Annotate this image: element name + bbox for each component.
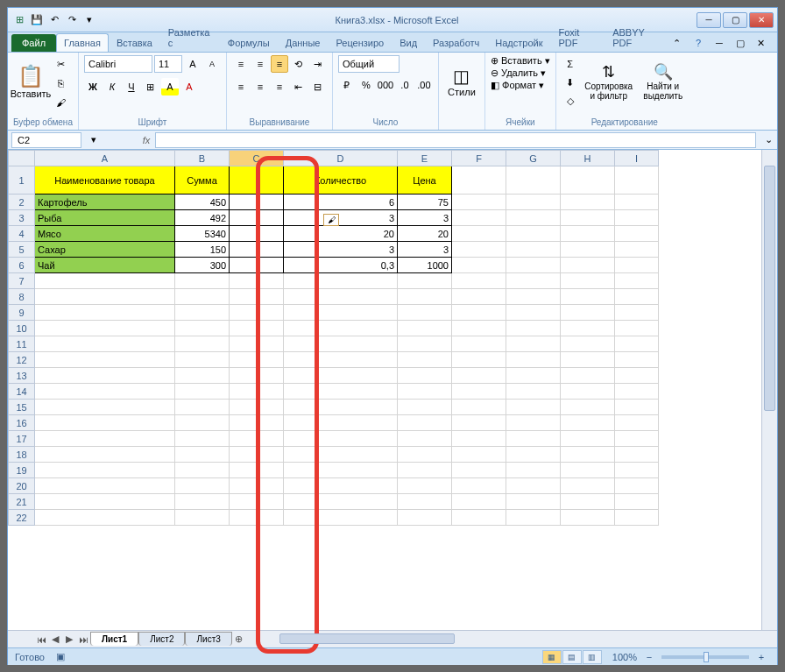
col-header-A[interactable]: A [35,151,175,166]
maximize-button[interactable]: ▢ [723,12,747,28]
row-header-20[interactable]: 20 [9,478,35,494]
cell-B21[interactable] [175,494,230,510]
cell-B8[interactable] [175,289,230,305]
cell-E9[interactable] [398,305,452,321]
cell-H20[interactable] [561,478,615,494]
cell-F13[interactable] [452,368,506,384]
cell-A15[interactable] [35,400,175,415]
cell-G10[interactable] [506,321,561,336]
cell-G14[interactable] [506,384,561,400]
cell-H19[interactable] [561,463,615,478]
autosum-button[interactable]: Σ [562,55,579,73]
tab-data[interactable]: Данные [278,33,329,52]
row-header-21[interactable]: 21 [9,494,35,510]
cell-D2[interactable]: 6 [284,195,398,210]
cell-G2[interactable] [506,195,561,210]
row-header-12[interactable]: 12 [9,352,35,368]
cell-C21[interactable] [230,494,284,510]
cell-I17[interactable] [615,431,659,447]
cell-D9[interactable] [284,305,398,321]
cell-I22[interactable] [615,510,659,526]
cell-E4[interactable]: 20 [398,226,452,242]
row-header-4[interactable]: 4 [9,226,35,242]
cell-D22[interactable] [284,510,398,526]
cell-F20[interactable] [452,478,506,494]
cell-I7[interactable] [615,273,659,289]
cell-F15[interactable] [452,400,506,415]
cell-H9[interactable] [561,305,615,321]
row-header-8[interactable]: 8 [9,289,35,305]
cell-E19[interactable] [398,463,452,478]
cell-I21[interactable] [615,494,659,510]
name-box[interactable]: C2 [11,132,81,148]
comma-button[interactable]: 000 [377,76,394,94]
cell-B9[interactable] [175,305,230,321]
cell-H13[interactable] [561,368,615,384]
cell-F4[interactable] [452,226,506,242]
cell-C1[interactable] [230,166,284,195]
cell-D10[interactable] [284,321,398,336]
cell-F19[interactable] [452,463,506,478]
cell-H21[interactable] [561,494,615,510]
align-center-button[interactable]: ≡ [251,78,269,95]
tab-layout[interactable]: Разметка с [160,23,220,52]
cell-C8[interactable] [230,289,284,305]
col-header-I[interactable]: I [615,151,659,166]
namebox-dropdown-icon[interactable]: ▾ [85,131,103,149]
shrink-font-button[interactable]: A [203,55,221,73]
row-header-15[interactable]: 15 [9,400,35,415]
cell-D1[interactable]: Количество [284,166,398,195]
cell-D8[interactable] [284,289,398,305]
cell-E21[interactable] [398,494,452,510]
underline-button[interactable]: Ч [123,78,140,95]
cell-I15[interactable] [615,400,659,415]
row-header-18[interactable]: 18 [9,447,35,463]
cell-B18[interactable] [175,447,230,463]
find-select-button[interactable]: 🔍 Найти и выделить [639,55,688,108]
cell-G1[interactable] [506,166,561,195]
tab-developer[interactable]: Разработч [425,33,487,52]
cell-H12[interactable] [561,352,615,368]
number-format-select[interactable]: Общий [338,55,400,73]
col-header-E[interactable]: E [398,151,452,166]
align-top-button[interactable]: ≡ [232,55,250,73]
cell-F6[interactable] [452,258,506,273]
sheet-nav-last[interactable]: ⏭ [76,633,90,647]
cell-G6[interactable] [506,258,561,273]
bold-button[interactable]: Ж [84,78,102,95]
cell-H11[interactable] [561,336,615,352]
tab-addins[interactable]: Надстройк [487,33,550,52]
cell-A20[interactable] [35,478,175,494]
border-button[interactable]: ⊞ [142,78,159,95]
cell-F17[interactable] [452,431,506,447]
zoom-in-button[interactable]: + [753,648,770,666]
font-size-select[interactable]: 11 [154,55,182,73]
cell-C10[interactable] [230,321,284,336]
row-header-14[interactable]: 14 [9,384,35,400]
cell-D13[interactable] [284,368,398,384]
cell-C18[interactable] [230,447,284,463]
cell-I5[interactable] [615,242,659,258]
cell-D5[interactable]: 3 [284,242,398,258]
save-button[interactable]: 💾 [29,12,45,28]
cell-F3[interactable] [452,210,506,226]
cell-H15[interactable] [561,400,615,415]
cell-H8[interactable] [561,289,615,305]
cell-A22[interactable] [35,510,175,526]
cell-D14[interactable] [284,384,398,400]
row-header-11[interactable]: 11 [9,336,35,352]
cell-H7[interactable] [561,273,615,289]
tab-foxit[interactable]: Foxit PDF [551,23,605,52]
cell-F1[interactable] [452,166,506,195]
row-header-10[interactable]: 10 [9,321,35,336]
col-header-B[interactable]: B [175,151,230,166]
align-middle-button[interactable]: ≡ [251,55,269,73]
row-header-13[interactable]: 13 [9,368,35,384]
view-normal-button[interactable]: ▦ [542,650,562,664]
cell-A21[interactable] [35,494,175,510]
tab-abbyy[interactable]: ABBYY PDF [605,23,668,52]
cell-A9[interactable] [35,305,175,321]
cell-E20[interactable] [398,478,452,494]
cell-G3[interactable] [506,210,561,226]
delete-cells-button[interactable]: ⊖ Удалить ▾ [491,67,546,79]
